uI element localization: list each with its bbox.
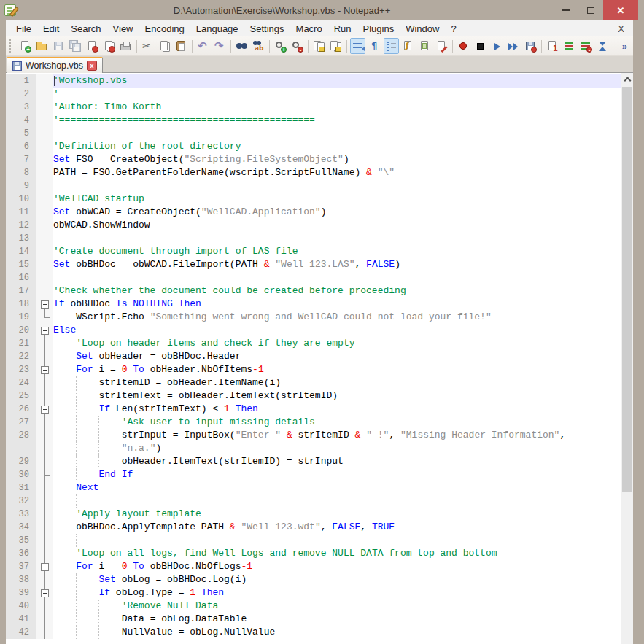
open-file-button[interactable]: [34, 38, 50, 54]
close-button[interactable]: ✕: [603, 0, 638, 20]
code-line-24[interactable]: 24 strItemID = obHeader.ItemName(i): [6, 376, 621, 389]
fold-collapse-icon[interactable]: [36, 363, 53, 376]
fold-collapse-icon[interactable]: [36, 298, 53, 311]
menu-item-file[interactable]: File: [10, 22, 37, 36]
macro-stop-button[interactable]: [473, 38, 488, 54]
code-line-8[interactable]: 8PATH = FSO.GetParentFolderName(wscript.…: [6, 166, 621, 179]
maximize-button[interactable]: [578, 0, 603, 20]
code-line-14[interactable]: 14'Create document through import of LAS…: [6, 245, 621, 258]
menu-item-settings[interactable]: Settings: [244, 22, 290, 36]
cut-button[interactable]: ✂: [140, 38, 155, 54]
code-line-29[interactable]: 29 obHeader.ItemText(strItemID) = strInp…: [6, 455, 621, 468]
sync-horizontal-scroll-button[interactable]: [328, 38, 344, 54]
undo-button[interactable]: ↶: [195, 38, 211, 54]
code-line-7[interactable]: 7Set FSO = CreateObject("Scripting.FileS…: [6, 153, 621, 166]
code-line-4[interactable]: 4'======================================…: [6, 114, 621, 127]
scrollbar-up-arrow-icon[interactable]: [621, 73, 633, 85]
code-line-25[interactable]: 25 strItemText = obHeader.ItemText(strIt…: [6, 389, 621, 403]
code-line-30[interactable]: 30 End If: [6, 468, 621, 481]
menu-item-run[interactable]: Run: [328, 22, 357, 36]
code-line-33[interactable]: 33 'Apply layout template: [6, 508, 621, 521]
code-line-12[interactable]: 12obWCAD.ShowWindow: [6, 219, 621, 232]
toolbar-overflow-chevron[interactable]: »: [622, 41, 633, 52]
code-line-31[interactable]: 31 Next: [6, 481, 621, 494]
code-line-9[interactable]: 9: [6, 179, 621, 193]
menu-item-plugins[interactable]: Plugins: [357, 22, 400, 36]
document-map-button[interactable]: [417, 38, 432, 54]
code-line-40[interactable]: 40 'Remove Null Data: [6, 600, 621, 613]
fold-collapse-icon[interactable]: [36, 560, 53, 573]
code-line-38[interactable]: 38 Set obLog = obBHDoc.Log(i): [6, 573, 621, 586]
close-file-button[interactable]: -: [85, 38, 100, 54]
menubar-close-document-button[interactable]: X: [618, 23, 633, 34]
code-line-26[interactable]: 26 If Len(strItemText) < 1 Then: [6, 403, 621, 416]
zoom-out-button[interactable]: -: [290, 38, 305, 54]
menu-item-macro[interactable]: Macro: [290, 22, 328, 36]
save-button[interactable]: [51, 38, 66, 54]
scrollbar-thumb[interactable]: [622, 87, 632, 492]
paste-button[interactable]: [174, 38, 189, 54]
macro-save-button[interactable]: [523, 38, 538, 54]
print-button[interactable]: [118, 38, 133, 54]
code-line-20[interactable]: 20Else: [6, 324, 621, 337]
code-line-1[interactable]: 1'Workshop.vbs: [6, 74, 621, 88]
code-line-2[interactable]: 2': [6, 88, 621, 101]
code-line-22[interactable]: 22 Set obHeader = obBHDoc.Header: [6, 350, 621, 363]
code-line-34[interactable]: 34 obBHDoc.ApplyTemplate PATH & "Well 12…: [6, 521, 621, 534]
code-line-28[interactable]: 28 strInput = InputBox("Enter " & strIte…: [6, 429, 621, 442]
code-line-6[interactable]: 6'Definition of the root directory: [6, 140, 621, 153]
menu-item-language[interactable]: Language: [190, 22, 244, 36]
plugin-list-red-button[interactable]: -: [578, 38, 594, 54]
document-switcher-button[interactable]: [434, 38, 449, 54]
code-line-5[interactable]: 5: [6, 127, 621, 140]
code-line-23[interactable]: 23 For i = 0 To obHeader.NbOfItems-1: [6, 363, 621, 376]
code-line-39[interactable]: 39 If obLog.Type = 1 Then: [6, 586, 621, 600]
word-wrap-button[interactable]: [350, 38, 365, 54]
new-file-button[interactable]: +: [18, 38, 33, 54]
menu-item-help[interactable]: ?: [445, 22, 462, 36]
code-area[interactable]: 1'Workshop.vbs2'3'Author: Timo Korth4'==…: [6, 73, 621, 644]
code-line-10[interactable]: 10'WellCAD startup: [6, 193, 621, 206]
plugin-list-green-button[interactable]: [562, 38, 577, 54]
save-all-button[interactable]: [68, 38, 83, 54]
indent-guide-button[interactable]: [384, 38, 399, 54]
code-line-16[interactable]: 16: [6, 271, 621, 284]
code-line-42[interactable]: 42 NullValue = obLog.NullValue: [6, 626, 621, 639]
show-all-characters-button[interactable]: ¶: [367, 38, 382, 54]
menu-item-view[interactable]: View: [107, 22, 139, 36]
macro-run-multiple-button[interactable]: [506, 38, 521, 54]
code-line-41[interactable]: 41 Data = obLog.DataTable: [6, 613, 621, 626]
code-line-13[interactable]: 13: [6, 232, 621, 245]
macro-record-button[interactable]: [456, 38, 471, 54]
code-line-36[interactable]: 36 'Loop on all logs, find Well Logs and…: [6, 547, 621, 560]
code-line-19[interactable]: 19 WScript.Echo "Something went wrong an…: [6, 311, 621, 324]
code-line-15[interactable]: 15Set obBHDoc = obWCAD.FileImport(PATH &…: [6, 258, 621, 271]
text-editor[interactable]: 1'Workshop.vbs2'3'Author: Timo Korth4'==…: [6, 73, 633, 644]
code-line-37[interactable]: 37 For i = 0 To obBHDoc.NbOfLogs-1: [6, 560, 621, 573]
code-line-18[interactable]: 18If obBHDoc Is NOTHING Then: [6, 298, 621, 311]
sync-vertical-scroll-button[interactable]: [311, 38, 327, 54]
tab-close-icon[interactable]: x: [87, 61, 97, 71]
plugin-doc-1-button[interactable]: 1: [545, 38, 560, 54]
menu-item-edit[interactable]: Edit: [37, 22, 65, 36]
code-line-32[interactable]: 32: [6, 494, 621, 508]
menu-item-search[interactable]: Search: [65, 22, 106, 36]
code-line-11[interactable]: 11Set obWCAD = CreateObject("WellCAD.App…: [6, 206, 621, 219]
replace-button[interactable]: ab: [251, 38, 266, 54]
code-line-27[interactable]: 27 'Ask user to input missing details: [6, 416, 621, 429]
plugin-compare-button[interactable]: [595, 38, 610, 54]
find-button[interactable]: [234, 38, 249, 54]
code-line-3[interactable]: 3'Author: Timo Korth: [6, 101, 621, 114]
fold-collapse-icon[interactable]: [36, 586, 53, 600]
code-line-17[interactable]: 17'Check whether the document could be c…: [6, 284, 621, 298]
code-line-35[interactable]: 35: [6, 534, 621, 547]
fold-collapse-icon[interactable]: [36, 324, 53, 337]
vertical-scrollbar[interactable]: [621, 73, 633, 644]
menu-item-encoding[interactable]: Encoding: [139, 22, 190, 36]
menu-item-window[interactable]: Window: [400, 22, 445, 36]
tab-workshop-vbs[interactable]: Workshop.vbsx: [7, 57, 103, 73]
close-all-button[interactable]: -: [101, 38, 117, 54]
zoom-in-button[interactable]: +: [273, 38, 288, 54]
redo-button[interactable]: ↷: [212, 38, 228, 54]
macro-play-button[interactable]: [489, 38, 505, 54]
